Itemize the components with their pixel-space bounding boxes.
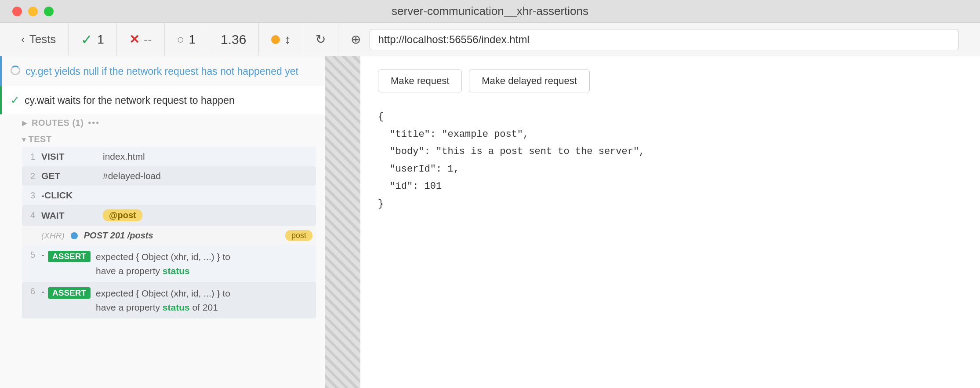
assert-keyword-6: status	[163, 302, 190, 312]
xhr-row[interactable]: (XHR) POST 201 /posts post	[22, 226, 316, 245]
status-dot	[271, 35, 280, 44]
step-row[interactable]: 1 VISIT index.html	[22, 147, 316, 166]
minimize-button[interactable]	[28, 7, 38, 16]
window-title: server-communication__xhr-assertions	[392, 4, 588, 18]
test-section-text: TEST	[29, 134, 52, 144]
refresh-icon[interactable]: ↻	[316, 32, 326, 47]
test-item-passed[interactable]: ✓ cy.wait waits for the network request …	[0, 86, 325, 114]
json-display: { "title": "example post", "body": "this…	[378, 108, 962, 213]
target-icon[interactable]: ⊕	[351, 32, 361, 47]
step-arg-1: index.html	[103, 151, 145, 162]
test-section-label: ▾ TEST	[22, 132, 316, 147]
browser-bar: ⊕	[338, 29, 971, 50]
wait-alias-badge: @post	[103, 209, 142, 221]
version-badge: 1.36	[221, 32, 246, 47]
x-icon: ✕	[129, 32, 139, 47]
url-input[interactable]	[370, 29, 959, 50]
triangle-right-icon: ▶	[22, 119, 27, 127]
close-button[interactable]	[12, 7, 22, 16]
pass-number: 1	[97, 33, 104, 47]
step-num-3: 3	[25, 190, 41, 201]
fail-count: ✕ --	[129, 32, 152, 47]
assert-minus-6: -	[41, 286, 44, 297]
titlebar: server-communication__xhr-assertions	[0, 0, 980, 23]
running-spinner	[11, 66, 20, 75]
maximize-button[interactable]	[44, 7, 54, 16]
assert-to-6: to	[222, 288, 230, 298]
make-delayed-request-button[interactable]: Make delayed request	[469, 70, 589, 92]
xhr-label: (XHR)	[41, 231, 65, 241]
assert-text-6: expected { Object (xhr, id, ...) } to ha…	[96, 286, 230, 314]
step-arg-2: #delayed-load	[103, 171, 161, 181]
test-passed-label: cy.wait waits for the network request to…	[25, 93, 235, 107]
assert-badge-6: ASSERT	[48, 287, 91, 299]
routes-row[interactable]: ▶ ROUTES (1) •••	[22, 114, 316, 132]
step-num-6: 6	[25, 286, 41, 296]
refresh-section: ↻	[303, 23, 338, 56]
step-cmd-3: -CLICK	[41, 190, 103, 201]
pending-number: 1	[189, 33, 196, 47]
assert-row-6[interactable]: 6 - ASSERT expected { Object (xhr, id, .…	[22, 282, 316, 318]
right-panel: Make request Make delayed request { "tit…	[360, 56, 980, 388]
left-panel: cy.get yields null if the network reques…	[0, 56, 325, 388]
tests-label: Tests	[29, 33, 56, 46]
pending-count: ○ 1	[177, 33, 196, 47]
stripe-divider	[325, 56, 360, 388]
assert-minus-5: -	[41, 250, 44, 260]
steps-container: ▶ ROUTES (1) ••• ▾ TEST 1 VISIT index.ht…	[0, 114, 325, 327]
fail-count-section: ✕ --	[117, 23, 165, 56]
pass-count-section: ✓ 1	[69, 23, 117, 56]
make-request-button[interactable]: Make request	[378, 70, 462, 92]
window-controls	[12, 7, 54, 16]
assert-badge-5: ASSERT	[48, 251, 91, 262]
step-num-1: 1	[25, 152, 41, 162]
xhr-tag: post	[285, 230, 312, 241]
step-cmd-4: WAIT	[41, 210, 103, 221]
step-num-4: 4	[25, 210, 41, 220]
test-item-running[interactable]: cy.get yields null if the network reques…	[0, 56, 325, 86]
toolbar: ‹ Tests ✓ 1 ✕ -- ○ 1 1.36 ↕ ↻ ⊕	[0, 23, 980, 56]
chevron-left-icon: ‹	[21, 33, 25, 46]
dots-menu-icon[interactable]: •••	[88, 118, 100, 128]
tests-nav-section: ‹ Tests	[9, 23, 69, 56]
right-content: Make request Make delayed request { "tit…	[360, 56, 980, 388]
step-cmd-1: VISIT	[41, 151, 103, 162]
step-row[interactable]: 3 -CLICK	[22, 186, 316, 205]
button-row: Make request Make delayed request	[378, 70, 962, 92]
version-section: 1.36	[208, 23, 259, 56]
triangle-down-icon: ▾	[22, 136, 26, 143]
step-num-2: 2	[25, 171, 41, 181]
checkmark-icon: ✓	[81, 31, 93, 48]
back-tests-button[interactable]: ‹ Tests	[21, 33, 56, 46]
status-section: ↕	[259, 23, 303, 56]
step-row[interactable]: 4 WAIT @post	[22, 205, 316, 226]
assert-text-5: expected { Object (xhr, id, ...) } to ha…	[96, 250, 230, 278]
routes-label: ROUTES (1)	[32, 118, 83, 128]
fail-number: --	[144, 33, 152, 47]
main-content: cy.get yields null if the network reques…	[0, 56, 980, 388]
assert-row-5[interactable]: 5 - ASSERT expected { Object (xhr, id, .…	[22, 245, 316, 282]
step-row[interactable]: 2 GET #delayed-load	[22, 166, 316, 186]
test-running-label: cy.get yields null if the network reques…	[25, 64, 298, 78]
xhr-method-path: POST 201 /posts	[84, 231, 153, 241]
spinner-icon: ○	[177, 33, 185, 47]
assert-to-5: to	[222, 252, 230, 262]
blue-dot-icon	[71, 232, 78, 239]
step-cmd-2: GET	[41, 171, 103, 181]
pass-count: ✓ 1	[81, 31, 104, 48]
step-num-5: 5	[25, 250, 41, 260]
passed-check-icon: ✓	[11, 94, 19, 106]
arrow-icon: ↕	[284, 33, 290, 47]
assert-keyword-5: status	[163, 266, 190, 276]
pending-count-section: ○ 1	[165, 23, 209, 56]
